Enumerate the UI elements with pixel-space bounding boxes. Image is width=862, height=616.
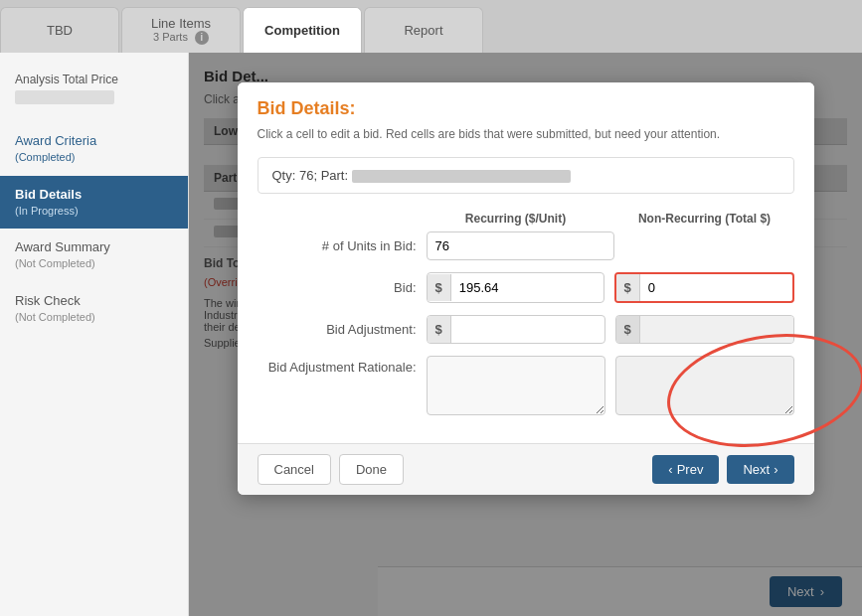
sidebar-award-criteria-label: Award Criteria [15, 133, 96, 148]
sidebar-bid-details-label: Bid Details [15, 187, 82, 202]
modal-footer: Cancel Done ‹ Prev Next › [238, 443, 814, 495]
bid-adjustment-row: Bid Adjustment: $ $ [258, 315, 794, 344]
tab-line-items[interactable]: Line Items 3 Parts i [121, 7, 241, 53]
bid-adjustment-rationale-label: Bid Adjustment Rationale: [258, 356, 417, 375]
bid-non-recurring-field[interactable]: $ [614, 272, 794, 303]
sidebar-bid-details-sublabel: (In Progress) [15, 204, 173, 219]
tab-report-label: Report [404, 23, 442, 38]
content-area: Bid Det... Click a c... Lowest Pr... Par… [189, 53, 862, 616]
bid-adj-recurring-field[interactable]: $ [427, 315, 605, 344]
col-header-row: Recurring ($/Unit) Non-Recurring (Total … [258, 212, 794, 226]
bid-adjustment-label: Bid Adjustment: [258, 322, 417, 337]
units-fields [427, 231, 794, 260]
units-row: # of Units in Bid: [258, 231, 794, 260]
tab-tbd[interactable]: TBD [0, 7, 119, 53]
done-button[interactable]: Done [339, 454, 404, 485]
analysis-total-price-section: Analysis Total Price [0, 65, 188, 112]
bid-adj-non-recurring-field: $ [615, 315, 794, 344]
bid-adjustment-rationale-fields [427, 356, 794, 415]
sidebar-award-criteria-sublabel: (Completed) [15, 150, 173, 165]
sidebar-item-risk-check[interactable]: Risk Check (Not Completed) [0, 282, 188, 336]
sidebar: Analysis Total Price Award Criteria (Com… [0, 53, 189, 616]
bid-fields: $ $ [427, 272, 794, 303]
analysis-total-price-value [15, 90, 114, 104]
units-label: # of Units in Bid: [258, 238, 417, 253]
analysis-total-price-label: Analysis Total Price [15, 73, 173, 86]
bid-adj-recurring-dollar: $ [428, 316, 451, 343]
bid-adjustment-rationale-row: Bid Adjustment Rationale: [258, 356, 794, 415]
units-input[interactable] [427, 231, 614, 260]
footer-left-btns: Cancel Done [258, 454, 405, 485]
bid-label: Bid: [258, 280, 417, 295]
tab-line-items-sublabel: 3 Parts i [153, 31, 209, 45]
sidebar-item-award-summary[interactable]: Award Summary (Not Completed) [0, 229, 188, 282]
bid-adj-non-recurring-input [640, 316, 793, 343]
info-icon: i [195, 31, 209, 45]
sidebar-risk-check-sublabel: (Not Completed) [15, 310, 173, 325]
bid-non-recurring-input[interactable] [640, 274, 792, 301]
bid-non-recurring-dollar: $ [616, 274, 640, 301]
tab-report[interactable]: Report [364, 7, 483, 53]
bid-adj-rationale-recurring-textarea[interactable] [427, 356, 605, 415]
tab-competition-label: Competition [264, 23, 340, 38]
modal-subtext: Click a cell to edit a bid. Red cells ar… [238, 127, 814, 149]
bid-row: Bid: $ $ [258, 272, 794, 303]
modal-dialog: Bid Details: Click a cell to edit a bid.… [238, 82, 814, 495]
tab-tbd-label: TBD [47, 23, 73, 38]
modal-title: Bid Details: [258, 98, 794, 119]
footer-nav-btns: ‹ Prev Next › [652, 455, 793, 484]
sidebar-award-summary-label: Award Summary [15, 239, 110, 254]
part-name-blurred [352, 170, 571, 183]
modal-qty-bar: Qty: 76; Part: [258, 157, 794, 194]
next-modal-button[interactable]: Next › [727, 455, 793, 484]
bid-recurring-input[interactable] [451, 274, 603, 301]
tab-bar: TBD Line Items 3 Parts i Competition Rep… [0, 0, 862, 53]
prev-icon: ‹ [668, 462, 672, 477]
bid-recurring-field[interactable]: $ [427, 272, 604, 303]
sidebar-award-summary-sublabel: (Not Completed) [15, 256, 173, 271]
sidebar-risk-check-label: Risk Check [15, 293, 81, 308]
modal-body: Recurring ($/Unit) Non-Recurring (Total … [238, 202, 814, 443]
next-modal-icon: › [774, 462, 777, 477]
modal-qty-label: Qty: 76; Part: [272, 168, 349, 183]
main-layout: Analysis Total Price Award Criteria (Com… [0, 53, 862, 616]
recurring-col-header: Recurring ($/Unit) [427, 212, 605, 226]
next-modal-button-label: Next [743, 462, 770, 477]
tab-line-items-label: Line Items [151, 16, 211, 31]
sidebar-item-bid-details[interactable]: Bid Details (In Progress) [0, 176, 188, 230]
bid-adj-non-recurring-dollar: $ [616, 316, 640, 343]
prev-button-label: Prev [677, 462, 704, 477]
bid-recurring-dollar: $ [428, 274, 451, 301]
tab-competition[interactable]: Competition [243, 7, 362, 53]
non-recurring-col-header: Non-Recurring (Total $) [615, 212, 794, 226]
prev-button[interactable]: ‹ Prev [652, 455, 719, 484]
modal-header: Bid Details: [238, 82, 814, 127]
sidebar-item-award-criteria[interactable]: Award Criteria (Completed) [0, 122, 188, 176]
cancel-button[interactable]: Cancel [258, 454, 331, 485]
modal-overlay: Bid Details: Click a cell to edit a bid.… [189, 53, 862, 616]
bid-adj-recurring-input[interactable] [451, 316, 604, 343]
bid-adjustment-fields: $ $ [427, 315, 794, 344]
bid-adj-rationale-non-recurring-textarea[interactable] [615, 356, 794, 415]
